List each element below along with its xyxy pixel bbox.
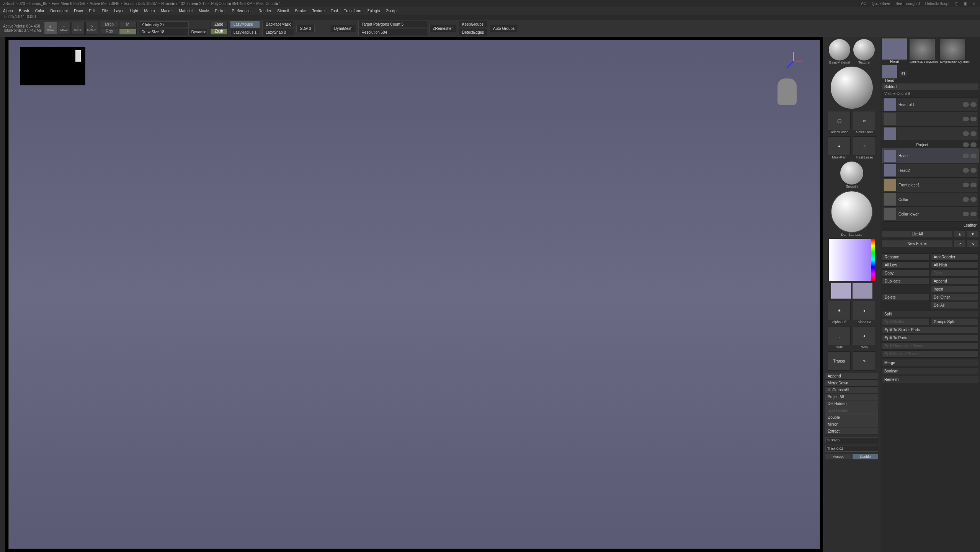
subtool-item[interactable] [882, 112, 978, 126]
color-swatch-1[interactable] [831, 283, 851, 299]
default-zscript[interactable]: DefaultZScript [925, 2, 949, 6]
texture-sphere[interactable] [853, 39, 875, 60]
color-picker[interactable] [829, 239, 871, 281]
delhidden-button[interactable]: Del Hidden [825, 400, 878, 407]
menu-transform[interactable]: Transform [344, 9, 361, 13]
select-lasso-icon[interactable]: ◯ [828, 111, 851, 130]
alpha-03-icon[interactable]: ● [853, 301, 876, 320]
newfolder-button[interactable]: New Folder [882, 240, 952, 247]
menu-color[interactable]: Color [35, 9, 44, 13]
append-button[interactable]: Append [825, 373, 878, 380]
tool-cyl-icon[interactable] [940, 39, 965, 60]
delall-button[interactable]: Del All [931, 302, 978, 309]
window-min-icon[interactable]: ▢ [955, 2, 958, 6]
subtool-folder[interactable]: Leather [882, 221, 978, 229]
menu-stencil[interactable]: Stencil [277, 9, 289, 13]
extract-button[interactable]: Extract [825, 428, 878, 435]
move-in-icon[interactable]: ↘ [967, 240, 978, 247]
tool-head-icon[interactable] [882, 38, 907, 60]
lazymouse-button[interactable]: LazyMouse [230, 21, 260, 28]
double-button[interactable]: Double [825, 414, 878, 421]
menu-marker[interactable]: Marker [161, 9, 173, 13]
subtool-folder[interactable]: Project [882, 141, 978, 149]
groupssplit-button[interactable]: Groups Split [931, 318, 978, 325]
draw-button[interactable]: ⊕Draw [44, 22, 57, 35]
material-preview[interactable] [831, 67, 873, 109]
subtool-item[interactable] [882, 126, 978, 141]
splithidden-button2[interactable]: Split Hidden [882, 318, 929, 325]
tool-head2-icon[interactable] [882, 65, 897, 78]
alpha-off-icon[interactable]: ✱ [828, 301, 851, 320]
mask-lasso-icon[interactable]: ○ [853, 136, 876, 155]
menu-render[interactable]: Render [259, 9, 271, 13]
splitsimilar-button[interactable]: Split To Similar Parts [882, 326, 978, 333]
menu-light[interactable]: Light [130, 9, 138, 13]
double-toggle[interactable]: Double [853, 454, 879, 459]
stroke-dots-icon[interactable]: ⋮ [828, 326, 851, 345]
window-close-icon[interactable]: ✕ [972, 2, 975, 6]
move-up-icon[interactable]: ▲ [954, 231, 965, 237]
menu-alpha[interactable]: Alpha [3, 9, 13, 13]
keepgroups-button[interactable]: KeepGroups [459, 21, 487, 28]
zremesher-button[interactable]: ZRemesher [430, 25, 456, 32]
mask-pen-icon[interactable]: ● [828, 136, 851, 155]
mrgb-button[interactable]: Mrgb [101, 22, 118, 28]
menu-draw[interactable]: Draw [74, 9, 83, 13]
color-swatch-2[interactable] [853, 283, 872, 299]
dynamesh-button[interactable]: DynaMesh [331, 25, 356, 32]
material-sphere[interactable] [829, 39, 850, 60]
subtool-item[interactable]: Collar lower [882, 207, 978, 221]
menu-movie[interactable]: Movie [199, 9, 209, 13]
3d-viewport[interactable] [8, 40, 820, 549]
detectedges-button[interactable]: DetectEdges [459, 29, 487, 36]
delete-button[interactable]: Delete [882, 294, 929, 301]
stroke-solo-icon[interactable]: ● [853, 326, 876, 345]
mirror-button[interactable]: Mirror [825, 421, 878, 428]
merge-header[interactable]: Merge [882, 359, 978, 366]
append-button2[interactable]: Append [931, 278, 978, 285]
menu-picker[interactable]: Picker [215, 9, 226, 13]
scale-button[interactable]: ⤢Scale [72, 22, 85, 35]
subtool-item[interactable]: Collar [882, 192, 978, 207]
tool-sphere-icon[interactable] [910, 39, 935, 60]
zsub-button[interactable]: Zsub [210, 29, 228, 35]
menu-tool[interactable]: Tool [331, 9, 338, 13]
remesh-header[interactable]: Remesh [882, 376, 978, 383]
menu-stroke[interactable]: Stroke [295, 9, 306, 13]
subtool-item[interactable]: Head2 [882, 163, 978, 178]
mergedown-button[interactable]: MergeDown [825, 380, 878, 387]
smooth-brush-icon[interactable] [840, 162, 863, 185]
zadd-button[interactable]: Zadd [210, 22, 228, 28]
target-polygons-slider[interactable]: Target Polygons Count 5 [358, 21, 427, 28]
resolution-slider[interactable]: Resolution 504 [358, 29, 427, 36]
copy-button[interactable]: Copy [882, 269, 929, 277]
select-rect-icon[interactable]: ▭ [853, 111, 876, 130]
menu-preferences[interactable]: Preferences [232, 9, 253, 13]
menu-layer[interactable]: Layer [114, 9, 124, 13]
menu-zscript[interactable]: Zscript [386, 9, 397, 13]
move-out-icon[interactable]: ↗ [954, 240, 965, 247]
autogroups-button[interactable]: Auto Groups [490, 25, 518, 32]
menu-brush[interactable]: Brush [19, 9, 29, 13]
pen-icon[interactable]: ✎ [853, 351, 876, 371]
rgb-button[interactable]: Rgb [101, 29, 118, 35]
splitparts-button[interactable]: Split To Parts [882, 334, 978, 341]
ssmt-slider[interactable]: S Smt 5 [825, 437, 878, 443]
projectall-button[interactable]: ProjectAll [825, 394, 878, 400]
rename-button[interactable]: Rename [882, 253, 929, 261]
accept-button[interactable]: Accept [825, 454, 851, 459]
thick-slider[interactable]: Thick 0.02 [825, 446, 878, 452]
move-down-icon[interactable]: ▼ [967, 231, 978, 237]
a-button[interactable]: A [119, 29, 137, 35]
transp-icon[interactable]: Transp [828, 351, 851, 371]
lazyradius-slider[interactable]: LazyRadius 1 [230, 29, 260, 36]
ac-button[interactable]: AC [861, 2, 866, 6]
move-button[interactable]: ↔Move [58, 22, 71, 35]
hue-slider[interactable] [871, 239, 875, 281]
menu-file[interactable]: File [102, 9, 108, 13]
insert-button[interactable]: Insert [931, 286, 978, 293]
current-brush-preview[interactable] [831, 191, 873, 233]
left-tool-strip[interactable] [0, 37, 5, 552]
autoreorder-button[interactable]: AutoReorder [931, 253, 978, 261]
m-button[interactable]: M [119, 22, 137, 28]
